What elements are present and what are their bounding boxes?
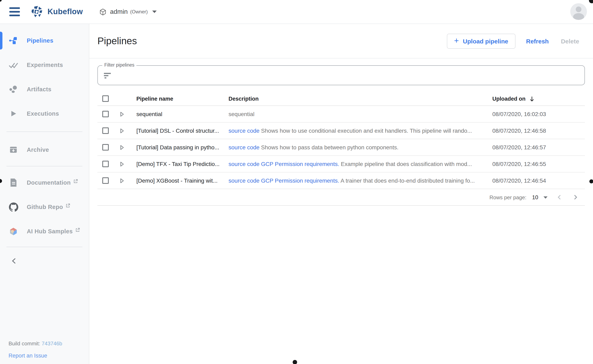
chevron-down-icon[interactable] [543,196,547,199]
pipeline-name[interactable]: [Demo] TFX - Taxi Tip Predictio... [136,161,228,167]
pipeline-description: sequential [228,111,492,117]
expand-row-icon[interactable] [120,111,124,117]
sidebar-footer: Build commit: 743746b Report an Issue [8,340,62,359]
pipeline-name[interactable]: [Tutorial] Data passing in pytho... [136,144,228,150]
uploaded-on-value: 08/07/2020, 16:02:03 [492,111,585,117]
play-icon [8,110,18,118]
page-header: Pipelines + Upload pipeline Refresh Dele… [89,24,593,58]
sidebar-item-documentation[interactable]: Documentation [0,173,89,192]
expand-row-icon[interactable] [120,161,124,167]
person-icon [570,3,587,20]
table-row[interactable]: sequential sequential 08/07/2020, 16:02:… [98,106,585,123]
uploaded-on-value: 08/07/2020, 12:46:55 [492,161,585,167]
sidebar-item-label: Pipelines [27,37,53,44]
top-bar: Kubeflow admin (Owner) [0,0,593,24]
chevron-right-icon [573,194,578,200]
dots-cluster-icon [8,85,18,94]
row-checkbox[interactable] [102,177,109,184]
pipeline-name[interactable]: sequential [136,111,228,117]
sort-desc-arrow-icon [529,96,534,102]
expand-row-icon[interactable] [120,145,124,150]
column-header-uploaded-on[interactable]: Uploaded on [492,95,585,102]
row-checkbox[interactable] [102,127,109,134]
pipeline-graph-icon [8,36,18,45]
kubeflow-pipelines-page: Kubeflow admin (Owner) [0,0,593,364]
filter-lines-icon [104,73,111,79]
next-page-button[interactable] [573,194,578,200]
external-link-icon [76,228,80,232]
kubeflow-logo-icon [31,6,43,18]
header-actions: + Upload pipeline Refresh Delete [447,24,579,58]
sidebar-item-artifacts[interactable]: Artifacts [0,79,89,99]
expand-row-icon[interactable] [120,178,124,183]
sidebar-item-label: Archive [27,147,49,153]
sidebar-item-archive[interactable]: Archive [0,140,89,159]
artifact-dot [589,179,593,183]
upload-pipeline-button[interactable]: + Upload pipeline [447,33,515,48]
source-code-link[interactable]: source code [228,161,260,167]
plus-icon: + [454,36,459,45]
sidebar-item-label: AI Hub Samples [27,228,73,234]
column-header-description[interactable]: Description [228,96,492,102]
sidebar-item-github-repo[interactable]: Github Repo [0,197,89,217]
archive-box-icon [8,145,18,154]
namespace-role: (Owner) [130,9,148,15]
namespace-selector[interactable]: admin (Owner) [99,8,157,15]
divider [7,247,82,247]
table-row[interactable]: [Tutorial] Data passing in pytho... sour… [98,139,585,156]
refresh-button[interactable]: Refresh [526,38,549,45]
row-checkbox[interactable] [102,111,109,117]
uploaded-on-value: 08/07/2020, 12:46:58 [492,127,585,134]
sidebar-item-pipelines[interactable]: Pipelines [0,31,89,50]
column-header-pipeline-name[interactable]: Pipeline name [136,96,228,102]
sidebar-item-executions[interactable]: Executions [0,104,89,123]
namespace-name: admin [110,8,128,15]
select-all-checkbox[interactable] [102,95,109,102]
filter-pipelines-input[interactable]: Filter pipelines [98,65,585,85]
previous-page-button[interactable] [557,194,561,200]
table-row[interactable]: [Tutorial] DSL - Control structur... sou… [98,123,585,139]
rows-per-page-label: Rows per page: [489,194,527,200]
source-code-link[interactable]: source code [228,127,260,134]
uploaded-on-value: 08/07/2020, 12:46:54 [492,177,585,184]
pipeline-name[interactable]: [Demo] XGBoost - Training wit... [136,177,228,184]
gcp-permission-link[interactable]: GCP Permission requirements. [261,161,339,167]
cube-icon [99,8,106,15]
row-checkbox[interactable] [102,144,109,150]
pagination-bar: Rows per page: 10 [98,189,585,206]
uploaded-on-value: 08/07/2020, 12:46:57 [492,144,585,150]
gcp-permission-link[interactable]: GCP Permission requirements. [261,177,339,184]
pipeline-name[interactable]: [Tutorial] DSL - Control structur... [136,127,228,134]
pipeline-description: source code GCP Permission requirements.… [228,177,492,184]
cube-color-icon [8,227,18,236]
external-link-icon [66,203,70,208]
source-code-link[interactable]: source code [228,144,260,150]
delete-button[interactable]: Delete [561,38,579,45]
page-title: Pipelines [98,35,137,47]
active-indicator [0,32,2,50]
sidebar-collapse-button[interactable] [0,253,89,269]
description-text: Example pipeline that does classificatio… [341,161,472,167]
menu-icon[interactable] [9,7,20,16]
report-issue-link[interactable]: Report an Issue [8,353,62,359]
table-row[interactable]: [Demo] TFX - Taxi Tip Predictio... sourc… [98,156,585,172]
pipelines-table: Pipeline name Description Uploaded on se… [98,92,585,206]
table-header-row: Pipeline name Description Uploaded on [98,92,585,106]
rows-per-page-value[interactable]: 10 [532,194,538,200]
build-commit-link[interactable]: 743746b [42,340,62,347]
double-check-icon [8,60,18,69]
source-code-link[interactable]: source code [228,177,260,184]
table-row[interactable]: [Demo] XGBoost - Training wit... source … [98,172,585,189]
description-text: sequential [228,111,254,117]
description-text: A trainer that does end-to-end distribut… [340,177,475,184]
description-text: Shows how to use conditional execution a… [261,127,472,134]
sidebar-item-label: Experiments [27,62,63,68]
sidebar-item-label: Executions [27,110,59,117]
sidebar-item-ai-hub-samples[interactable]: AI Hub Samples [0,221,89,241]
sidebar-item-experiments[interactable]: Experiments [0,55,89,75]
avatar[interactable] [570,3,587,20]
build-commit: Build commit: 743746b [8,340,62,347]
chevron-left-icon [557,194,561,200]
row-checkbox[interactable] [102,161,109,167]
expand-row-icon[interactable] [120,128,124,133]
